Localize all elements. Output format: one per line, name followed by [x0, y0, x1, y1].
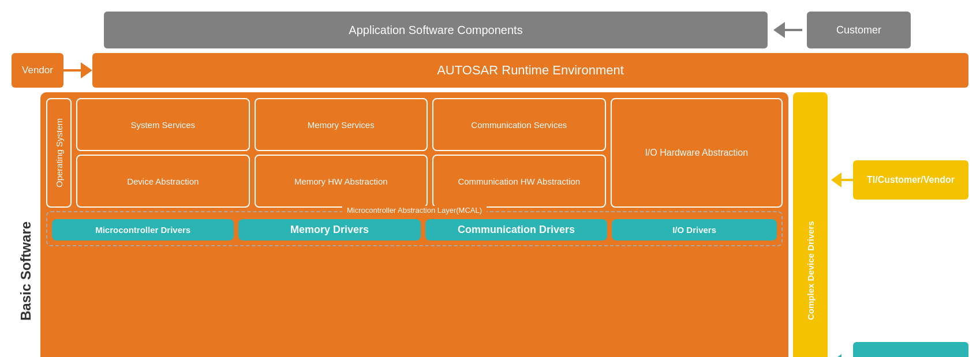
os-label: Operating System: [54, 118, 64, 187]
system-services-block: System Services: [76, 98, 250, 151]
ti-customer-vendor-row: TI/Customer/Vendor: [831, 160, 968, 200]
comm-col: Communication Services Communication HW …: [432, 98, 606, 208]
bsw-row: Basic Software Operating System System S…: [12, 92, 968, 357]
complex-device-drivers-label: Complex Device Drivers: [806, 221, 816, 321]
vendor-arrow-line: [63, 69, 81, 72]
vendor-arrow-head: [81, 62, 92, 78]
yellow-arrow-head: [831, 172, 841, 187]
customer-block: Customer: [807, 12, 911, 48]
comm-services-label: Communication Services: [471, 120, 567, 130]
sys-services-col: System Services Device Abstraction: [76, 98, 250, 208]
arrow-head-left-gray: [773, 22, 785, 38]
yellow-arrow: [831, 172, 853, 187]
rte-label: AUTOSAR Runtime Environment: [437, 63, 624, 78]
bsw-inner: Operating System System Services Device …: [40, 92, 788, 357]
system-services-label: System Services: [130, 120, 195, 130]
mcu-drivers-block: Microcontroller Drivers: [52, 219, 234, 240]
right-labels: TI/Customer/Vendor TI: [831, 92, 968, 357]
memory-services-block: Memory Services: [255, 98, 428, 151]
mcu-drivers-label: Microcontroller Drivers: [95, 225, 190, 235]
memory-drivers-label: Memory Drivers: [290, 224, 369, 236]
app-software-block: Application Software Components: [104, 12, 768, 48]
vendor-label: Vendor: [22, 65, 53, 76]
mcal-drivers-row: Microcontroller Drivers Memory Drivers C…: [52, 219, 777, 240]
memory-drivers-block: Memory Drivers: [238, 219, 420, 240]
ti-customer-vendor-block: TI/Customer/Vendor: [853, 160, 968, 200]
diagram-container: Application Software Components Customer…: [0, 0, 980, 357]
device-abstraction-block: Device Abstraction: [76, 155, 250, 208]
comm-hw-abs-label: Communication HW Abstraction: [458, 176, 580, 186]
os-block: Operating System: [46, 98, 72, 208]
memory-hw-abs-block: Memory HW Abstraction: [255, 155, 428, 208]
customer-label: Customer: [836, 24, 881, 36]
memory-col: Memory Services Memory HW Abstraction: [255, 98, 428, 208]
ti-row: TI: [831, 342, 968, 357]
teal-arrow: [831, 354, 853, 357]
io-hw-abs-block: I/O Hardware Abstraction: [611, 98, 783, 208]
ti-customer-vendor-label: TI/Customer/Vendor: [867, 175, 955, 185]
device-abstraction-label: Device Abstraction: [127, 176, 199, 186]
app-row: Application Software Components Customer: [104, 12, 968, 48]
cdd-section: Complex Device Drivers: [793, 92, 828, 357]
rte-row: Vendor AUTOSAR Runtime Environment: [12, 53, 968, 88]
rte-block: AUTOSAR Runtime Environment: [92, 53, 968, 88]
vendor-block: Vendor: [12, 53, 63, 88]
comm-services-block: Communication Services: [432, 98, 606, 151]
comm-drivers-label: Communication Drivers: [458, 224, 575, 236]
teal-arrow-head: [831, 354, 841, 357]
app-software-label: Application Software Components: [349, 24, 522, 37]
yellow-arrow-line: [841, 179, 853, 181]
comm-hw-abs-block: Communication HW Abstraction: [432, 155, 606, 208]
basic-software-label: Basic Software: [12, 92, 40, 357]
mcal-section: Microcontroller Abstraction Layer(MCAL) …: [46, 211, 783, 246]
complex-device-drivers-block: Complex Device Drivers: [793, 92, 828, 357]
bsw-top-row: Operating System System Services Device …: [46, 98, 783, 208]
memory-services-label: Memory Services: [308, 120, 375, 130]
io-drivers-label: I/O Drivers: [672, 225, 716, 235]
comm-drivers-block: Communication Drivers: [425, 219, 607, 240]
vendor-arrow: [63, 62, 92, 78]
ti-block: TI: [853, 342, 968, 357]
io-drivers-block: I/O Drivers: [612, 219, 777, 240]
io-hw-abs-label: I/O Hardware Abstraction: [645, 148, 748, 158]
customer-arrow-connector: [773, 22, 802, 38]
arrow-line-gray: [785, 29, 802, 31]
memory-hw-abs-label: Memory HW Abstraction: [294, 176, 388, 186]
mcal-label: Microcontroller Abstraction Layer(MCAL): [342, 206, 487, 215]
